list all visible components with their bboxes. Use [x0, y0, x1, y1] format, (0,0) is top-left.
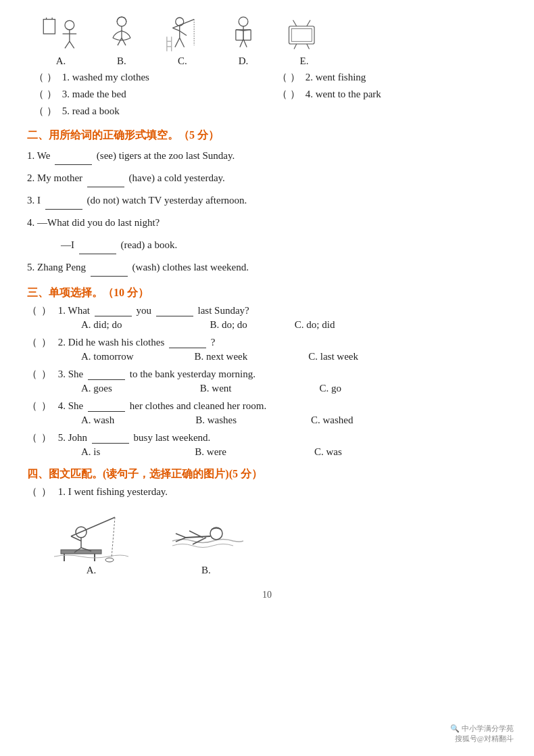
match-item-1: （ ） 1. washed my clothes [34, 70, 264, 85]
option-c3: C. go [320, 383, 342, 394]
choice-q3-row: （ ） 3. She to the bank yesterday morning… [27, 368, 507, 381]
image-e: E. [284, 14, 324, 67]
figure-d-svg [223, 14, 264, 54]
option-a2: A. tomorrow [81, 351, 134, 362]
svg-line-46 [71, 517, 115, 536]
watermark-sub: 搜狐号@对精翻斗 [450, 734, 514, 744]
svg-line-17 [180, 31, 187, 36]
image-a: A. [41, 14, 81, 67]
matching-grid: （ ） 1. washed my clothes （ ） 2. went fis… [34, 70, 507, 119]
option-a3: A. goes [81, 383, 112, 394]
choice-q5-options: A. is B. were C. was [81, 446, 507, 458]
svg-line-52 [193, 538, 206, 544]
image-b: B. [101, 14, 142, 67]
option-c2: C. last week [308, 351, 358, 362]
option-a: A. did; do [81, 319, 122, 331]
choice-q1-options: A. did; do B. do; do C. do; did [81, 319, 507, 331]
option-b3: B. went [200, 383, 232, 394]
option-c5: C. was [314, 446, 342, 458]
svg-line-36 [293, 20, 297, 26]
svg-line-35 [307, 44, 310, 49]
match-item-4: （ ） 4. went to the park [277, 87, 507, 102]
svg-line-50 [186, 536, 210, 538]
svg-line-6 [65, 41, 70, 48]
image-row: A. B. [41, 14, 507, 67]
swimming-image-svg [169, 504, 243, 565]
image-option-b: B. [169, 504, 243, 576]
image-d-label: D. [239, 55, 249, 67]
svg-rect-33 [291, 29, 312, 42]
figure-c-svg [162, 14, 203, 54]
svg-line-19 [180, 38, 185, 47]
fill-item-3: 3. I (do not) watch TV yesterday afterno… [27, 191, 507, 210]
svg-point-3 [65, 20, 74, 30]
image-option-a: A. [54, 504, 128, 576]
watermark-icon: 🔍 中小学满分学苑 [450, 724, 514, 734]
match-item-2: （ ） 2. went fishing [277, 70, 507, 85]
option-b5: B. were [195, 446, 226, 458]
option-b: B. do; do [210, 319, 247, 331]
choice-q4-options: A. wash B. washes C. washed [81, 415, 507, 426]
svg-line-11 [122, 38, 126, 45]
option-b4: B. washes [195, 415, 237, 426]
fill-item-4a: 4. —What did you do last night? [27, 214, 507, 232]
section-four-header: 四、图文匹配。(读句子，选择正确的图片)(5 分） [27, 467, 507, 481]
option-c4: C. washed [311, 415, 354, 426]
svg-line-7 [70, 41, 74, 48]
option-b2: B. next week [195, 351, 248, 362]
image-c-label: C. [178, 55, 187, 67]
choice-q5-row: （ ） 5. John busy last weekend. [27, 431, 507, 444]
svg-point-48 [105, 558, 114, 562]
section-four-images: A. B. [54, 504, 507, 576]
section-three-header: 三、单项选择。（10 分） [27, 286, 507, 300]
svg-line-37 [307, 20, 310, 26]
svg-line-47 [112, 517, 115, 558]
fill-item-1: 1. We (see) tigers at the zoo last Sunda… [27, 147, 507, 165]
svg-line-34 [294, 44, 297, 49]
figure-e-svg [284, 14, 324, 54]
option-a5: A. is [81, 446, 100, 458]
svg-point-24 [239, 17, 248, 26]
image-a-label: A. [56, 55, 66, 67]
image-c: C. [162, 14, 203, 67]
fishing-image-svg [54, 504, 128, 565]
option-a4: A. wash [81, 415, 114, 426]
svg-line-18 [175, 38, 180, 47]
image-b-label-s4: B. [201, 565, 211, 576]
choice-q1-row: （ ） 1. What you last Sunday? [27, 304, 507, 317]
option-c: C. do; did [295, 319, 335, 331]
fill-item-4b: —I (read) a book. [61, 236, 507, 254]
figure-b-svg [101, 14, 142, 54]
fill-item-2: 2. My mother (have) a cold yesterday. [27, 169, 507, 187]
section-four-q1: （ ） 1. I went fishing yesterday. [27, 486, 507, 498]
svg-rect-0 [43, 20, 55, 34]
choice-q2-options: A. tomorrow B. next week C. last week [81, 351, 507, 362]
match-item-5: （ ） 5. read a book [34, 103, 264, 119]
choice-q2-row: （ ） 2. Did he wash his clothes ? [27, 336, 507, 349]
svg-line-10 [118, 38, 122, 45]
image-a-label-s4: A. [87, 565, 97, 576]
watermark: 🔍 中小学满分学苑 搜狐号@对精翻斗 [450, 724, 514, 744]
section-three-items: （ ） 1. What you last Sunday? A. did; do … [27, 304, 507, 458]
page-number: 10 [27, 590, 507, 600]
image-e-label: E. [300, 55, 309, 67]
figure-a-svg [41, 14, 81, 54]
image-b-label: B. [117, 55, 126, 67]
fill-item-5: 5. Zhang Peng (wash) clothes last weeken… [27, 258, 507, 277]
svg-line-14 [172, 28, 179, 30]
svg-line-53 [176, 534, 186, 538]
section-two-header: 二、用所给词的正确形式填空。（5 分） [27, 128, 507, 143]
choice-q3-options: A. goes B. went C. go [81, 383, 507, 394]
fill-section: 1. We (see) tigers at the zoo last Sunda… [27, 147, 507, 277]
match-item-3: （ ） 3. made the bed [34, 87, 264, 102]
choice-q4-row: （ ） 4. She her clothes and cleaned her r… [27, 400, 507, 412]
image-d: D. [223, 14, 264, 67]
svg-rect-38 [61, 550, 101, 554]
